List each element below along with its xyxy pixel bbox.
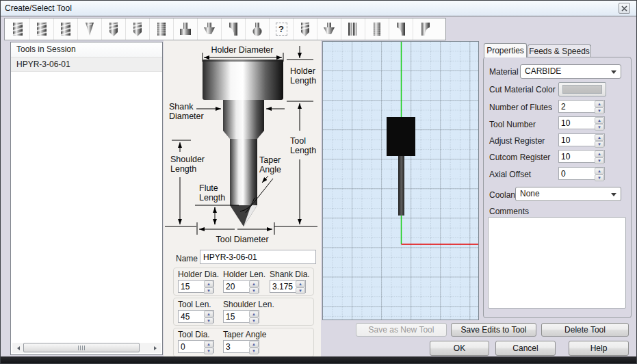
axial-offset-decrement-button[interactable]: ▼: [595, 174, 604, 181]
cut-material-color-button[interactable]: [558, 82, 606, 96]
tab-properties[interactable]: Properties: [484, 43, 527, 57]
tool-dia-spinner: ▲▼: [204, 341, 213, 352]
shoulder-len-label: Shoulder Len.: [223, 300, 274, 309]
scroll-right-button[interactable]: [151, 343, 161, 353]
shoulder-len: ▲▼: [223, 310, 259, 323]
tool-len-increment-button[interactable]: ▲: [204, 311, 213, 317]
material-value: CARBIDE: [525, 66, 561, 76]
holder-len-decrement-button[interactable]: ▼: [249, 287, 259, 294]
tool-number-decrement-button[interactable]: ▼: [595, 124, 604, 131]
thread-mill-button[interactable]: [365, 18, 389, 40]
shank-dia-input[interactable]: [270, 281, 296, 292]
cutcom-register-input[interactable]: [559, 151, 595, 162]
tool-number-increment-button[interactable]: ▲: [595, 117, 604, 124]
tool-len-input[interactable]: [179, 311, 204, 322]
taper-angle-decrement-button[interactable]: ▼: [249, 348, 259, 354]
custom-tool-button[interactable]: ?: [270, 18, 294, 40]
number-of-flutes-input[interactable]: [559, 101, 595, 112]
horizontal-scrollbar[interactable]: [12, 343, 161, 353]
cutcom-register-decrement-button[interactable]: ▼: [595, 157, 604, 164]
adjust-register-increment-button[interactable]: ▲: [595, 134, 604, 141]
name-label: Name: [176, 254, 198, 263]
tool-dia-label: Tool Dia.: [178, 330, 210, 339]
close-button[interactable]: [619, 3, 630, 14]
tool-preview-viewport[interactable]: [322, 41, 479, 320]
adjust-register-label: Adjust Register: [489, 136, 545, 146]
cancel-button[interactable]: Cancel: [495, 341, 556, 356]
reamer-button[interactable]: [341, 18, 365, 40]
bull-nose-end-mill-button[interactable]: [30, 18, 54, 40]
holder-dia-increment-button[interactable]: ▲: [204, 281, 213, 287]
tool-dia-input[interactable]: [179, 341, 204, 352]
drill-2-button[interactable]: [294, 18, 317, 40]
taper-angle-increment-button[interactable]: ▲: [249, 341, 259, 348]
axial-offset-input[interactable]: [559, 168, 595, 179]
delete-tool-button[interactable]: Delete Tool: [541, 323, 629, 337]
comments-textarea[interactable]: [488, 217, 626, 309]
shank-dia-decrement-button[interactable]: ▼: [296, 287, 305, 294]
dimension-group-3: Tool Dia. ▲▼ Taper Angle ▲▼: [173, 328, 314, 357]
holder-dia-decrement-button[interactable]: ▼: [204, 287, 213, 294]
help-button[interactable]: Help: [569, 341, 629, 356]
preview-tool-holder: [387, 117, 415, 156]
tool-list-item[interactable]: HPYR-3-06-01: [11, 57, 162, 72]
left-arrow-icon: [15, 346, 20, 350]
tool-name-input[interactable]: [200, 250, 316, 264]
tool-dia-increment-button[interactable]: ▲: [204, 341, 213, 348]
tool-preview-canvas: [323, 42, 478, 320]
chamfer-mill-button[interactable]: [317, 18, 341, 40]
holder-len-input[interactable]: [224, 281, 249, 292]
color-swatch: [562, 85, 602, 94]
chamfer-mill-icon: [321, 21, 337, 38]
tab-feeds-and-speeds[interactable]: Feeds & Speeds: [528, 44, 591, 57]
number-of-flutes-increment-button[interactable]: ▲: [595, 101, 604, 107]
scrollbar-thumb[interactable]: [23, 343, 140, 352]
coolant-dropdown[interactable]: None: [515, 187, 621, 201]
tool-len-spinner: ▲▼: [204, 311, 213, 322]
scrollbar-track[interactable]: [22, 343, 151, 353]
v-bit-button[interactable]: [78, 18, 102, 40]
shoulder-len-decrement-button[interactable]: ▼: [249, 317, 259, 324]
tap-button[interactable]: [150, 18, 174, 40]
twist-drill-button[interactable]: [126, 18, 150, 40]
flat-end-mill-button[interactable]: [6, 18, 30, 40]
ball-end-mill-button[interactable]: [246, 18, 270, 40]
adjust-register-input[interactable]: [559, 134, 595, 146]
scroll-left-button[interactable]: [12, 343, 22, 353]
cutcom-register-label: Cutcom Register: [489, 153, 550, 162]
tool-dia-decrement-button[interactable]: ▼: [204, 348, 213, 354]
corner-radius-mill-button[interactable]: [222, 18, 246, 40]
axial-offset-increment-button[interactable]: ▲: [595, 168, 604, 174]
tool-len-decrement-button[interactable]: ▼: [204, 317, 213, 324]
number-of-flutes-decrement-button[interactable]: ▼: [595, 107, 604, 114]
holder-diameter-label: Holder Diameter: [201, 45, 283, 55]
holder-len-increment-button[interactable]: ▲: [249, 281, 259, 287]
t-slot-cutter-button[interactable]: [174, 18, 198, 40]
shank-dia-increment-button[interactable]: ▲: [296, 281, 305, 287]
custom-tool-icon: ?: [276, 23, 287, 36]
taper-angle-input[interactable]: [224, 341, 249, 352]
save-edits-to-tool-button[interactable]: Save Edits to Tool: [451, 323, 536, 337]
chevron-down-icon: [611, 70, 616, 77]
holder-dia-input[interactable]: [179, 281, 204, 292]
adjust-register-decrement-button[interactable]: ▼: [595, 141, 604, 148]
cutcom-register-spinner: ▲▼: [595, 151, 604, 162]
drill-2-icon: [297, 21, 313, 38]
countersink-button[interactable]: [198, 18, 222, 40]
concave-radius-mill-button[interactable]: [413, 18, 437, 40]
coolant-value: None: [520, 189, 540, 198]
save-as-new-tool-button[interactable]: Save as New Tool: [356, 323, 447, 337]
spot-drill-button[interactable]: [102, 18, 126, 40]
material-dropdown[interactable]: CARBIDE: [520, 64, 621, 79]
holder-dia-spinner: ▲▼: [204, 281, 213, 292]
corner-rounding-mill-button[interactable]: [389, 18, 413, 40]
tool-number-input[interactable]: [559, 117, 595, 129]
shank-dia-spinner: ▲▼: [296, 281, 305, 292]
shoulder-len-increment-button[interactable]: ▲: [249, 311, 259, 317]
ok-button[interactable]: OK: [430, 341, 489, 356]
rough-end-mill-button[interactable]: [54, 18, 78, 40]
shank-dia-label: Shank Dia.: [270, 270, 310, 279]
shoulder-len-input[interactable]: [224, 311, 249, 322]
tools-in-session-panel: Tools in Session HPYR-3-06-01: [10, 42, 163, 355]
cutcom-register-increment-button[interactable]: ▲: [595, 151, 604, 157]
